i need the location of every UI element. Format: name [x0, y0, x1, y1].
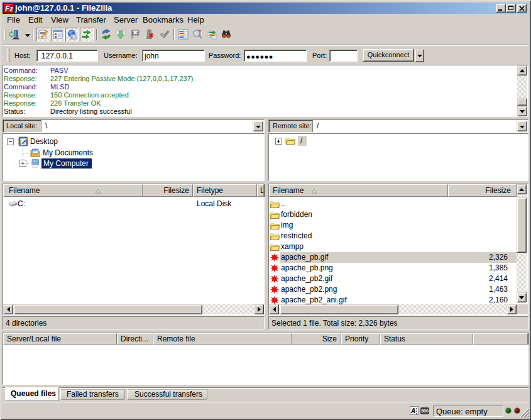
svg-text:Fz: Fz	[5, 4, 13, 13]
